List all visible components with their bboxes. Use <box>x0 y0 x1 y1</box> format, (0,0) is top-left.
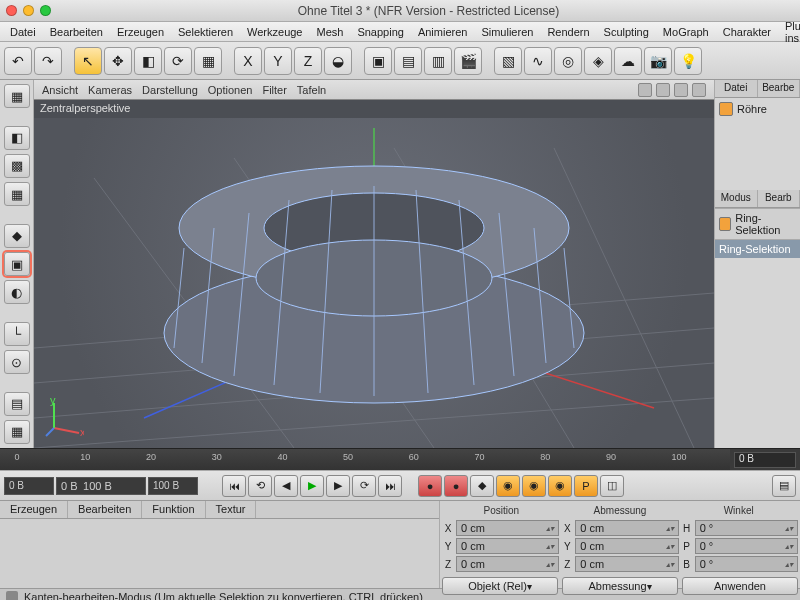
undo-button[interactable]: ↶ <box>4 47 32 75</box>
rotate-tool[interactable]: ⟳ <box>164 47 192 75</box>
object-mode-dropdown[interactable]: Objekt (Rel) ▾ <box>442 577 558 595</box>
minimize-window-button[interactable] <box>23 5 34 16</box>
loop-button[interactable]: ⟲ <box>248 475 272 497</box>
select-tool[interactable]: ↖ <box>74 47 102 75</box>
recent-tool[interactable]: ▦ <box>194 47 222 75</box>
start-frame[interactable]: 0 B <box>4 477 54 495</box>
render-view[interactable]: ▣ <box>364 47 392 75</box>
axis-tool[interactable]: └ <box>4 322 30 346</box>
vp-menu-kameras[interactable]: Kameras <box>88 84 132 96</box>
menu-werkzeuge[interactable]: Werkzeuge <box>241 24 308 40</box>
light-tool[interactable]: 💡 <box>674 47 702 75</box>
points-mode[interactable]: ◆ <box>4 224 30 248</box>
viewport-3d[interactable]: x y <box>34 118 714 448</box>
camera-tool[interactable]: 📷 <box>644 47 672 75</box>
key-param-button[interactable]: P <box>574 475 598 497</box>
make-editable-button[interactable]: ▦ <box>4 84 30 108</box>
goto-end-button[interactable]: ⏭ <box>378 475 402 497</box>
ring-selection-a[interactable]: Ring-Selektion <box>715 208 800 239</box>
om-tab-datei[interactable]: Datei <box>715 80 758 97</box>
timeline-ruler[interactable]: 0 10 20 30 40 50 60 70 80 90 100 0 B <box>0 448 800 470</box>
vp-menu-darstellung[interactable]: Darstellung <box>142 84 198 96</box>
autokey-button[interactable]: ● <box>444 475 468 497</box>
keyframe-sel-button[interactable]: ◆ <box>470 475 494 497</box>
ang-h-field[interactable]: 0 °▴▾ <box>695 520 798 536</box>
key-pos-button[interactable]: ◉ <box>496 475 520 497</box>
om-tab-bearbe[interactable]: Bearbe <box>758 80 801 97</box>
x-axis-lock[interactable]: X <box>234 47 262 75</box>
attr-tab-modus[interactable]: Modus <box>715 190 758 207</box>
preview-range[interactable]: 0 B 100 B <box>56 477 146 495</box>
environment-tool[interactable]: ☁ <box>614 47 642 75</box>
loop-fwd-button[interactable]: ⟳ <box>352 475 376 497</box>
btab-erzeugen[interactable]: Erzeugen <box>0 501 68 518</box>
menu-mograph[interactable]: MoGraph <box>657 24 715 40</box>
primitive-cube[interactable]: ▧ <box>494 47 522 75</box>
vp-menu-tafeln[interactable]: Tafeln <box>297 84 326 96</box>
menu-erzeugen[interactable]: Erzeugen <box>111 24 170 40</box>
snap-toggle[interactable]: ⊙ <box>4 350 30 374</box>
vp-maximize-icon[interactable] <box>692 83 706 97</box>
apply-button[interactable]: Anwenden <box>682 577 798 595</box>
key-rot-button[interactable]: ◉ <box>548 475 572 497</box>
menu-mesh[interactable]: Mesh <box>310 24 349 40</box>
dim-x-field[interactable]: 0 cm▴▾ <box>575 520 678 536</box>
key-scale-button[interactable]: ◉ <box>522 475 546 497</box>
ring-selection-b[interactable]: Ring-Selektion <box>715 239 800 258</box>
menu-snapping[interactable]: Snapping <box>351 24 410 40</box>
btab-bearbeiten[interactable]: Bearbeiten <box>68 501 142 518</box>
menu-charakter[interactable]: Charakter <box>717 24 777 40</box>
ang-b-field[interactable]: 0 °▴▾ <box>695 556 798 572</box>
timeline-scale[interactable]: 0 10 20 30 40 50 60 70 80 90 100 <box>0 449 730 470</box>
zoom-window-button[interactable] <box>40 5 51 16</box>
z-axis-lock[interactable]: Z <box>294 47 322 75</box>
menu-datei[interactable]: Datei <box>4 24 42 40</box>
current-frame-field[interactable]: 0 B <box>734 452 796 468</box>
vp-orbit-icon[interactable] <box>674 83 688 97</box>
dim-z-field[interactable]: 0 cm▴▾ <box>575 556 678 572</box>
end-frame[interactable]: 100 B <box>148 477 198 495</box>
model-mode[interactable]: ◧ <box>4 126 30 150</box>
menu-simulieren[interactable]: Simulieren <box>475 24 539 40</box>
vp-zoom-icon[interactable] <box>656 83 670 97</box>
menu-rendern[interactable]: Rendern <box>541 24 595 40</box>
ang-p-field[interactable]: 0 °▴▾ <box>695 538 798 554</box>
layout-button[interactable]: ▤ <box>772 475 796 497</box>
vp-menu-optionen[interactable]: Optionen <box>208 84 253 96</box>
menu-animieren[interactable]: Animieren <box>412 24 474 40</box>
play-button[interactable]: ▶ <box>300 475 324 497</box>
scale-tool[interactable]: ◧ <box>134 47 162 75</box>
y-axis-lock[interactable]: Y <box>264 47 292 75</box>
redo-button[interactable]: ↷ <box>34 47 62 75</box>
viewport-solo[interactable]: ▦ <box>4 420 30 444</box>
object-tree-item[interactable]: Röhre <box>715 98 800 120</box>
texture-mode[interactable]: ▩ <box>4 154 30 178</box>
render-region[interactable]: ▤ <box>394 47 422 75</box>
dimension-dropdown[interactable]: Abmessung ▾ <box>562 577 678 595</box>
attr-tab-bearb[interactable]: Bearb <box>758 190 801 207</box>
edges-mode[interactable]: ▣ <box>4 252 30 276</box>
dim-y-field[interactable]: 0 cm▴▾ <box>575 538 678 554</box>
record-button[interactable]: ● <box>418 475 442 497</box>
menu-bearbeiten[interactable]: Bearbeiten <box>44 24 109 40</box>
workplane-mode[interactable]: ▦ <box>4 182 30 206</box>
render-settings[interactable]: 🎬 <box>454 47 482 75</box>
spline-tool[interactable]: ∿ <box>524 47 552 75</box>
workplane-tool[interactable]: ▤ <box>4 392 30 416</box>
render-pv[interactable]: ▥ <box>424 47 452 75</box>
next-frame-button[interactable]: ▶ <box>326 475 350 497</box>
menu-plugins[interactable]: Plug-ins <box>779 18 800 46</box>
deformer-tool[interactable]: ◈ <box>584 47 612 75</box>
vp-menu-filter[interactable]: Filter <box>262 84 286 96</box>
btab-funktion[interactable]: Funktion <box>142 501 205 518</box>
key-pla-button[interactable]: ◫ <box>600 475 624 497</box>
menu-sculpting[interactable]: Sculpting <box>598 24 655 40</box>
menu-selektieren[interactable]: Selektieren <box>172 24 239 40</box>
generator-tool[interactable]: ◎ <box>554 47 582 75</box>
pos-x-field[interactable]: 0 cm▴▾ <box>456 520 559 536</box>
pos-y-field[interactable]: 0 cm▴▾ <box>456 538 559 554</box>
coord-system[interactable]: ◒ <box>324 47 352 75</box>
prev-frame-button[interactable]: ◀ <box>274 475 298 497</box>
btab-textur[interactable]: Textur <box>206 501 257 518</box>
move-tool[interactable]: ✥ <box>104 47 132 75</box>
